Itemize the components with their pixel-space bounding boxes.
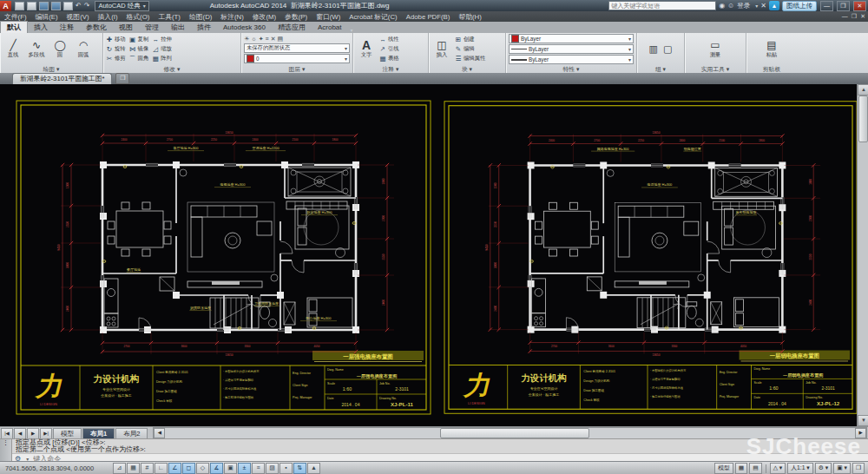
autocad-logo-icon[interactable]: A: [0, 1, 11, 11]
tab-layout2[interactable]: 布局2: [115, 428, 148, 439]
tool-polyline[interactable]: ∿ 多段线: [26, 40, 47, 59]
ribbon-tab-manage[interactable]: 管理: [139, 22, 165, 33]
status-toggle-quick-properties[interactable]: ▪: [279, 463, 293, 474]
panel-label-draw[interactable]: 绘图 ▾: [0, 65, 102, 73]
status-toggle-ortho-mode[interactable]: ∟: [155, 463, 168, 474]
annotation-visibility-icon[interactable]: △ ▾: [770, 463, 786, 474]
ribbon-tab-autodesk360[interactable]: Autodesk 360: [217, 22, 272, 33]
tool-line[interactable]: ╱ 直线: [3, 40, 23, 59]
group-icon[interactable]: ▥: [649, 43, 658, 55]
save-as-icon[interactable]: [51, 2, 61, 10]
panel-label-groups[interactable]: 组 ▾: [637, 65, 684, 73]
status-toggle-selection-cycling[interactable]: ⇅: [293, 463, 306, 474]
menu-parametric[interactable]: 参数(P): [280, 12, 312, 22]
tab-model[interactable]: 模型: [53, 428, 82, 439]
tool-insert-block[interactable]: ◫ 插入: [431, 40, 452, 59]
status-toggle-dynamic-ucs[interactable]: ▣: [224, 463, 237, 474]
status-toggle-3d-object-snap[interactable]: ◇: [196, 463, 209, 474]
document-tab[interactable]: 新湖果岭2-3101平面施工图*: [12, 73, 112, 84]
save-icon[interactable]: [39, 2, 49, 10]
status-toggle-lineweight[interactable]: ≡: [252, 463, 265, 474]
tool-edit-attributes[interactable]: ☰编辑属性: [455, 54, 485, 63]
menu-modify[interactable]: 修改(M): [248, 12, 280, 22]
menu-adobe-pdf[interactable]: Adobe PDF(B): [402, 13, 455, 21]
scroll-down-icon[interactable]: ▼: [858, 415, 868, 426]
panel-label-clipboard[interactable]: 剪贴板: [746, 65, 797, 73]
menu-help[interactable]: 帮助(H): [454, 12, 485, 22]
tool-edit-block[interactable]: ✎编辑: [455, 44, 485, 54]
restore-button[interactable]: ❐: [837, 1, 850, 11]
layer-isolate-icon[interactable]: ✕: [271, 36, 276, 43]
panel-label-properties[interactable]: 特性 ▾: [506, 65, 636, 73]
undo-icon[interactable]: ↶: [76, 2, 82, 10]
status-toggle-infer-constraints[interactable]: ⊿: [113, 463, 126, 474]
open-file-icon[interactable]: [27, 2, 36, 10]
tool-mirror[interactable]: ⋈镜像: [129, 44, 149, 54]
ribbon-options-icon[interactable]: ▾: [351, 27, 353, 33]
plot-icon[interactable]: [63, 2, 73, 10]
ribbon-tab-acrobat[interactable]: Acrobat: [312, 22, 348, 33]
menu-insert[interactable]: 插入(I): [94, 12, 122, 22]
vertical-scrollbar[interactable]: ▲ ▼: [857, 84, 868, 426]
tool-create-block[interactable]: ⊞创建: [455, 35, 485, 44]
panel-label-block[interactable]: 块 ▾: [429, 65, 505, 73]
quick-view-drawings-icon[interactable]: ▤: [749, 463, 761, 474]
search-input[interactable]: [608, 1, 716, 10]
drawing-canvas[interactable]: 力LI DESIGN力设计机构专业住宅空间设计全案设计 · 精工施工Client…: [0, 84, 868, 426]
sheet-right[interactable]: 力LI DESIGN力设计机构专业住宅空间设计全案设计 · 精工施工Client…: [444, 100, 858, 415]
first-tab-icon[interactable]: |◀: [1, 428, 13, 439]
model-space-button[interactable]: 模型: [714, 463, 733, 474]
horizontal-scroll-thumb[interactable]: [440, 428, 589, 438]
sheet-left[interactable]: 力LI DESIGN力设计机构专业住宅空间设计全案设计 · 精工施工Client…: [16, 100, 431, 415]
status-toggle-annotation-monitor[interactable]: ▲: [307, 463, 320, 474]
ribbon-tab-output[interactable]: 输出: [165, 22, 191, 33]
workspace-switch-icon[interactable]: ⚙ ▾: [815, 463, 832, 474]
layer-dropdown[interactable]: 0▾: [244, 54, 350, 63]
search-icon[interactable]: ◉: [719, 2, 725, 10]
new-file-icon[interactable]: [15, 2, 24, 10]
tool-copy[interactable]: ▣复制: [129, 35, 149, 44]
tool-trim[interactable]: ✂修剪: [106, 54, 126, 63]
panel-label-utilities[interactable]: 实用工具 ▾: [685, 65, 746, 73]
status-toggle-grid-display[interactable]: #: [141, 463, 154, 474]
prev-tab-icon[interactable]: ◀: [14, 428, 26, 439]
doc-restore-button[interactable]: ❐: [852, 13, 857, 20]
layer-state-dropdown[interactable]: 未保存的图层状态▾: [244, 43, 350, 53]
tool-measure[interactable]: ▭ 测量: [700, 40, 730, 59]
toolbar-lock-icon[interactable]: ▣ ▾: [833, 463, 851, 474]
menu-format[interactable]: 格式(O): [122, 12, 155, 22]
horizontal-scrollbar[interactable]: ◀ ▶: [153, 427, 867, 439]
annotation-scale-button[interactable]: 人1:1 ▾: [787, 463, 813, 474]
menu-edit[interactable]: 编辑(E): [31, 12, 62, 22]
sheet-left-svg[interactable]: 力LI DESIGN力设计机构专业住宅空间设计全案设计 · 精工施工Client…: [16, 100, 431, 415]
tool-stretch[interactable]: ↔拉伸: [152, 35, 172, 44]
panel-label-layers[interactable]: 图层 ▾: [241, 65, 352, 73]
ribbon-tab-parametric[interactable]: 参数化: [80, 22, 113, 33]
ribbon-tab-home[interactable]: 默认: [0, 21, 28, 33]
ribbon-tab-plugins[interactable]: 插件: [191, 22, 217, 33]
tool-text[interactable]: A 文字: [356, 40, 377, 59]
tool-paste[interactable]: ▤ 粘贴: [759, 40, 785, 59]
redo-icon[interactable]: ↷: [84, 2, 90, 10]
status-toggle-dynamic-input[interactable]: ±: [238, 463, 251, 474]
upload-button[interactable]: 图纸上传: [782, 1, 817, 11]
menu-view[interactable]: 视图(V): [62, 12, 94, 22]
sheet-right-svg[interactable]: 力LI DESIGN力设计机构专业住宅空间设计全案设计 · 精工施工Client…: [444, 100, 858, 415]
scroll-right-icon[interactable]: ▶: [855, 428, 866, 438]
tool-rotate[interactable]: ↻旋转: [106, 44, 126, 54]
scroll-left-icon[interactable]: ◀: [154, 428, 165, 438]
menu-acrobat-markup[interactable]: Acrobat 标记(C): [345, 12, 401, 22]
panel-label-annotate[interactable]: 注释 ▾: [353, 65, 428, 73]
lineweight-dropdown[interactable]: ByLayer▾: [509, 55, 634, 64]
chevron-down-icon[interactable]: ▾: [755, 3, 758, 9]
layer-lock-icon[interactable]: ✦: [259, 36, 264, 43]
close-button[interactable]: ✕: [853, 1, 866, 11]
ribbon-tab-annotate[interactable]: 注释: [54, 22, 80, 33]
layer-properties-icon[interactable]: ≡: [266, 36, 269, 43]
menu-tools[interactable]: 工具(T): [154, 12, 185, 22]
exchange-icon[interactable]: ✕: [760, 2, 766, 10]
status-toggle-object-snap-tracking[interactable]: ∡: [210, 463, 223, 474]
object-color-dropdown[interactable]: ByLayer▾: [509, 34, 634, 43]
tool-scale[interactable]: ◿缩放: [152, 44, 172, 54]
status-toggle-transparency[interactable]: ▨: [266, 463, 279, 474]
